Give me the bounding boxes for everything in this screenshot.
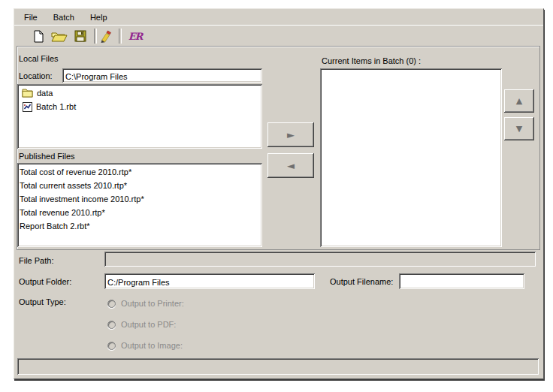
edit-pencil-icon[interactable]	[98, 29, 113, 43]
local-files-list[interactable]: data Batch 1.rbt	[17, 84, 262, 149]
app-window: File Batch Help	[14, 8, 544, 379]
list-item[interactable]: Total revenue 2010.rtp*	[17, 206, 262, 219]
move-up-button[interactable]: ▲	[504, 89, 534, 113]
remove-from-batch-button[interactable]: ◄	[267, 153, 314, 178]
radio-label: Output to Image:	[121, 341, 183, 350]
list-item[interactable]: Batch 1.rbt	[17, 100, 262, 113]
list-item[interactable]: Report Batch 2.rbt*	[17, 219, 262, 233]
menu-help[interactable]: Help	[90, 13, 107, 22]
add-to-batch-button[interactable]: ►	[267, 122, 314, 147]
location-label: Location:	[19, 71, 53, 80]
down-arrow-icon: ▼	[516, 125, 522, 133]
toolbar: ER	[14, 25, 543, 46]
local-files-label: Local Files	[19, 54, 59, 63]
toolbar-separator	[119, 29, 122, 44]
radio-output-printer[interactable]: Output to Printer:	[107, 298, 184, 309]
screenshot-canvas: File Batch Help	[0, 0, 553, 392]
app-logo-icon[interactable]: ER	[125, 29, 146, 43]
file-path-field	[104, 252, 536, 267]
move-down-button[interactable]: ▼	[504, 117, 534, 140]
folder-icon	[22, 89, 33, 98]
output-filename-label: Output Filename:	[330, 277, 393, 286]
output-filename-input[interactable]	[399, 273, 524, 289]
output-folder-label: Output Folder:	[19, 277, 71, 286]
current-items-list[interactable]	[320, 68, 502, 247]
radio-label: Output to PDF:	[121, 320, 176, 329]
save-icon[interactable]	[73, 29, 88, 43]
published-files-list[interactable]: Total cost of revenue 2010.rtp* Total cu…	[17, 163, 262, 247]
current-items-label: Current Items in Batch (0) :	[322, 56, 421, 65]
menu-batch[interactable]: Batch	[53, 13, 74, 22]
list-item-label: Batch 1.rbt	[36, 102, 76, 111]
menu-file[interactable]: File	[24, 13, 38, 22]
file-path-label: File Path:	[19, 256, 53, 265]
radio-label: Output to Printer:	[121, 299, 184, 308]
radio-icon	[107, 342, 116, 350]
radio-output-pdf[interactable]: Output to PDF:	[107, 319, 176, 330]
radio-icon	[107, 300, 116, 308]
app-logo-text: ER	[128, 31, 143, 42]
list-item-label: data	[37, 89, 53, 98]
left-arrow-icon: ◄	[287, 161, 295, 170]
radio-output-image[interactable]: Output to Image:	[107, 340, 183, 351]
open-folder-icon[interactable]	[50, 29, 68, 43]
list-item[interactable]: Total investment income 2010.rtp*	[17, 192, 262, 206]
menu-bar: File Batch Help	[14, 9, 543, 25]
radio-icon	[107, 321, 116, 329]
list-item[interactable]: Total current assets 2010.rtp*	[17, 179, 262, 192]
output-folder-input[interactable]	[104, 273, 315, 289]
output-type-label: Output Type:	[19, 297, 66, 306]
published-files-label: Published Files	[19, 152, 75, 161]
new-document-icon[interactable]	[31, 29, 46, 43]
batch-file-icon	[23, 102, 32, 112]
right-arrow-icon: ►	[287, 130, 295, 140]
location-input[interactable]	[62, 68, 262, 83]
status-bar	[17, 358, 539, 375]
up-arrow-icon: ▲	[516, 97, 522, 105]
list-item[interactable]: data	[17, 86, 262, 100]
toolbar-separator	[94, 29, 97, 44]
list-item[interactable]: Total cost of revenue 2010.rtp*	[17, 165, 262, 179]
